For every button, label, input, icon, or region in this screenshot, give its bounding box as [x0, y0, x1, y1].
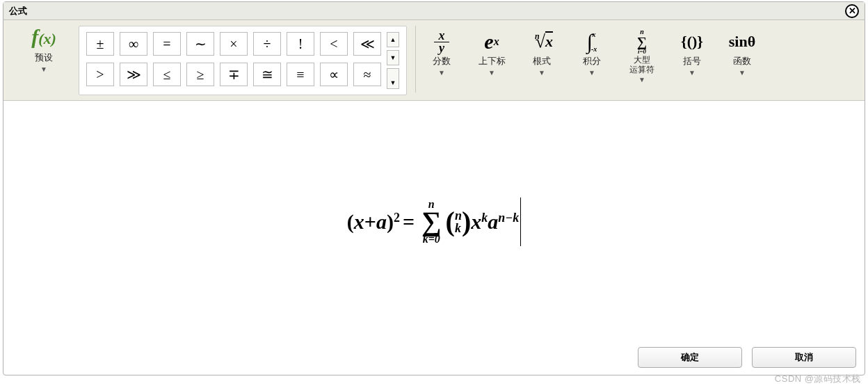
lparen: (: [347, 210, 354, 234]
fx-icon: f(x): [13, 26, 74, 50]
text-cursor: [520, 197, 521, 246]
sym-identical[interactable]: ≡: [287, 63, 314, 86]
chevron-down-icon: ▼: [725, 69, 760, 76]
watermark: CSDN @源码技术栈: [775, 373, 861, 385]
symbol-scroll: ▲ ▼ ▼: [387, 32, 399, 89]
sym-plus-minus[interactable]: ±: [86, 32, 114, 56]
chevron-down-icon: ▼: [474, 69, 509, 76]
integral-icon: ∫x-x: [574, 29, 609, 55]
sym-much-less[interactable]: ≪: [353, 32, 381, 56]
chevron-down-icon: ▼: [424, 69, 459, 76]
binomial: ( n k ): [446, 209, 472, 234]
symbol-dropdown[interactable]: ▼: [387, 68, 399, 89]
sum-lower: k=0: [423, 233, 440, 245]
root-label: 根式: [524, 55, 559, 67]
binom-rparen: ): [462, 209, 471, 234]
chevron-down-icon: ▼: [13, 65, 74, 73]
equals-op: =: [400, 210, 417, 234]
bracket-icon: {()}: [675, 29, 709, 55]
sym-tilde[interactable]: ∼: [186, 32, 214, 56]
chevron-down-icon: ▼: [625, 76, 659, 83]
subsup-label: 上下标: [474, 55, 509, 67]
chevron-down-icon: ▼: [524, 69, 559, 76]
toolbar: f(x) 预设 ▼ ± ∞ = ∼ × ÷ ! < ≪ > ≫: [3, 20, 865, 101]
term-a: a: [488, 210, 498, 234]
sigma-icon: ∑: [421, 211, 442, 233]
sym-factorial[interactable]: !: [287, 32, 314, 56]
var-x: x: [354, 210, 364, 234]
term-x-exp: k: [481, 211, 488, 225]
close-icon[interactable]: ✕: [845, 4, 859, 18]
formula-dialog: 公式 ✕ f(x) 预设 ▼ ± ∞ = ∼ × ÷ ! < ≪: [3, 1, 865, 375]
fraction-label: 分数: [424, 55, 459, 67]
struct-fraction[interactable]: xy 分数 ▼: [424, 29, 459, 76]
largeop-label: 大型 运算符: [625, 55, 659, 74]
sym-proportional[interactable]: ∝: [320, 63, 348, 86]
symbol-palette: ± ∞ = ∼ × ÷ ! < ≪ > ≫ ≤ ≥ ∓ ≅ ≡: [79, 26, 407, 95]
var-a: a: [376, 210, 387, 234]
symbol-scroll-down[interactable]: ▼: [387, 50, 399, 65]
summation: n ∑ k=0: [421, 198, 442, 245]
binom-bot: k: [455, 222, 462, 234]
preset-label: 预设: [13, 51, 74, 64]
titlebar: 公式 ✕: [3, 2, 865, 20]
sym-approx[interactable]: ≈: [353, 63, 381, 86]
dialog-footer: 确定 取消: [3, 343, 865, 375]
struct-integral[interactable]: ∫x-x 积分 ▼: [574, 29, 609, 76]
struct-root[interactable]: n√x 根式 ▼: [524, 29, 559, 76]
separator: [415, 26, 416, 92]
symbol-scroll-up[interactable]: ▲: [387, 32, 399, 47]
exponent-2: 2: [394, 211, 400, 225]
symbol-row-1: ± ∞ = ∼ × ÷ ! < ≪: [86, 32, 381, 56]
root-icon: n√x: [524, 29, 559, 55]
binom-lparen: (: [446, 209, 455, 234]
sym-less-than[interactable]: <: [320, 32, 348, 56]
sum-icon: n∑i=0: [625, 29, 659, 55]
subsup-icon: ex: [474, 29, 509, 55]
cancel-button[interactable]: 取消: [752, 347, 856, 368]
structure-group: xy 分数 ▼ ex 上下标 ▼ n√x 根式 ▼: [424, 26, 760, 83]
plus-op: +: [364, 210, 376, 234]
sym-congruent[interactable]: ≅: [253, 63, 281, 86]
fraction-icon: xy: [424, 29, 459, 55]
formula-content: ( x + a ) 2 = n ∑ k=0 ( n k ) x k a: [347, 197, 521, 246]
sym-greater-than[interactable]: >: [86, 63, 114, 86]
term-a-exp: n−k: [498, 211, 519, 225]
formula-editor[interactable]: ( x + a ) 2 = n ∑ k=0 ( n k ) x k a: [3, 101, 865, 343]
binom-top: n: [455, 209, 462, 222]
sym-infinity[interactable]: ∞: [120, 32, 147, 56]
struct-function[interactable]: sinθ 函数 ▼: [725, 29, 760, 76]
rparen: ): [387, 210, 394, 234]
struct-large-operator[interactable]: n∑i=0 大型 运算符 ▼: [625, 29, 659, 83]
struct-bracket[interactable]: {()} 括号 ▼: [675, 29, 709, 76]
symbol-row-2: > ≫ ≤ ≥ ∓ ≅ ≡ ∝ ≈: [86, 63, 381, 86]
sym-leq[interactable]: ≤: [153, 63, 181, 86]
ok-button[interactable]: 确定: [638, 347, 742, 368]
function-icon: sinθ: [725, 29, 760, 55]
sym-equals[interactable]: =: [153, 32, 181, 56]
dialog-title: 公式: [9, 5, 845, 17]
bracket-label: 括号: [675, 55, 709, 67]
chevron-down-icon: ▼: [675, 69, 709, 76]
function-label: 函数: [725, 55, 760, 67]
term-x: x: [471, 210, 481, 234]
sym-divide[interactable]: ÷: [253, 32, 281, 56]
sym-geq[interactable]: ≥: [186, 63, 214, 86]
sym-much-greater[interactable]: ≫: [120, 63, 147, 86]
sym-times[interactable]: ×: [220, 32, 248, 56]
chevron-down-icon: ▼: [574, 69, 609, 76]
struct-subsup[interactable]: ex 上下标 ▼: [474, 29, 509, 76]
preset-dropdown[interactable]: f(x) 预设 ▼: [13, 26, 74, 73]
sym-minus-plus[interactable]: ∓: [220, 63, 248, 86]
integral-label: 积分: [574, 55, 609, 67]
